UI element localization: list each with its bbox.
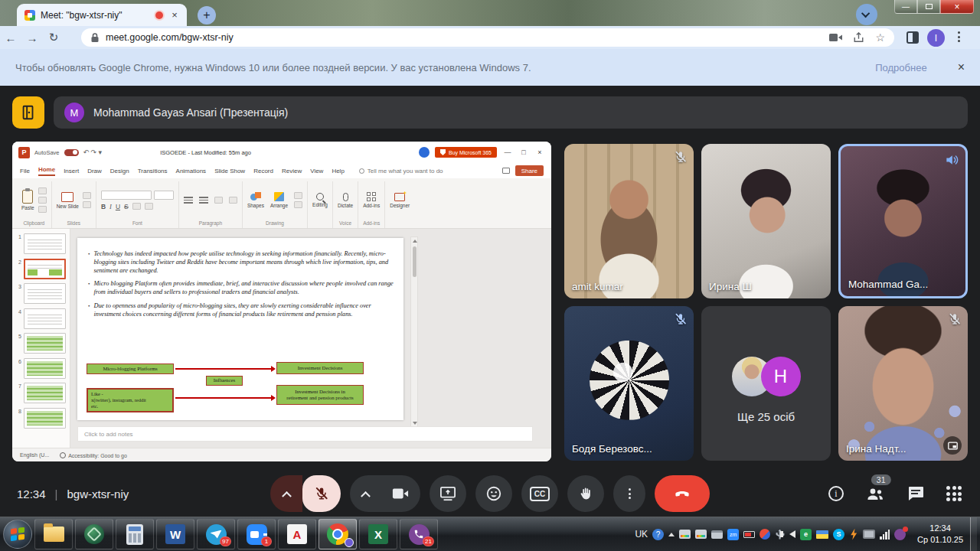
- reactions-button[interactable]: [475, 475, 512, 512]
- window-close-button[interactable]: ×: [940, 0, 974, 14]
- new-tab-button[interactable]: +: [198, 6, 216, 24]
- leave-room-door-icon[interactable]: [12, 96, 44, 129]
- shapes-icon: [250, 192, 261, 201]
- meeting-code: bgw-xtsr-niy: [67, 487, 129, 500]
- participant-grid: amit kumar Ирина Ш Mohammad Ga... Бодя Б…: [564, 144, 968, 461]
- window-minimize-button[interactable]: —: [894, 0, 917, 14]
- ribbon-group-voice: Dictate Voice: [333, 181, 358, 228]
- camera-options-chevron[interactable]: [350, 475, 381, 512]
- taskbar-word[interactable]: W: [156, 519, 194, 549]
- activities-button[interactable]: [946, 486, 962, 501]
- bookmark-star-icon[interactable]: ☆: [875, 31, 885, 44]
- taskbar-clock[interactable]: 12:34 Ср 01.10.25: [913, 523, 968, 546]
- taskbar-viber[interactable]: 21: [400, 519, 438, 549]
- tray-display-icon[interactable]: [863, 530, 875, 539]
- tray-app-icon[interactable]: [760, 529, 770, 540]
- more-options-button[interactable]: [613, 475, 645, 512]
- camera-button[interactable]: [350, 475, 420, 512]
- browser-menu-icon[interactable]: [958, 31, 960, 42]
- clock-date: Ср 01.10.25: [917, 534, 963, 546]
- tray-network-icon[interactable]: [880, 530, 890, 540]
- browser-tabstrip: Meet: "bgw-xtsr-niy" × + — ×: [0, 0, 980, 26]
- ribbon-group-clipboard: Paste Clipboard: [17, 181, 52, 228]
- taskbar-telegram[interactable]: 97: [197, 519, 235, 549]
- screenshare-presentation-tile[interactable]: P AutoSave ↶ ↷ ▾ ISGOEDE - Last Modified…: [12, 142, 551, 461]
- mic-muted-icon[interactable]: [302, 475, 341, 512]
- tray-antivirus-icon[interactable]: e: [800, 529, 812, 540]
- slide-canvas: •Technology has indeed impacted how peop…: [70, 229, 551, 448]
- participant-name: Бодя Березовс...: [572, 443, 652, 455]
- taskbar-chrome-active[interactable]: [318, 519, 357, 549]
- current-slide: •Technology has indeed impacted how peop…: [77, 238, 403, 420]
- tray-help-icon[interactable]: ?: [652, 529, 664, 540]
- raise-hand-button[interactable]: [567, 475, 604, 512]
- banner-close-icon[interactable]: ×: [958, 60, 965, 74]
- clock-time: 12:34: [917, 523, 963, 534]
- present-screen-button[interactable]: [430, 475, 466, 512]
- start-button[interactable]: [3, 520, 32, 549]
- participant-name: Mohammad Ga...: [848, 279, 928, 290]
- paste-button: Paste: [21, 190, 34, 210]
- dictate-mic-icon: [343, 193, 348, 201]
- tab-search-button[interactable]: [856, 4, 877, 25]
- browser-tab[interactable]: Meet: "bgw-xtsr-niy" ×: [17, 4, 187, 26]
- participant-tile-bodya[interactable]: Бодя Березовс...: [564, 306, 694, 461]
- participant-name: Ирина Ш: [709, 281, 752, 292]
- camera-icon[interactable]: [381, 475, 420, 512]
- browser-toolbar: ← → ↻ meet.google.com/bgw-xtsr-niy ☆ I: [0, 26, 980, 49]
- tray-show-hidden-icon[interactable]: [668, 533, 675, 536]
- taskbar-excel[interactable]: X: [359, 519, 397, 549]
- overflow-participants-tile[interactable]: H Ще 25 осіб: [701, 306, 831, 461]
- reload-icon[interactable]: ↻: [43, 31, 64, 44]
- avatar: H: [761, 357, 801, 396]
- taskbar-acrobat[interactable]: A: [278, 519, 316, 549]
- share-icon[interactable]: [853, 32, 864, 43]
- tray-skype-icon[interactable]: S: [833, 529, 844, 540]
- excel-icon: X: [368, 524, 388, 544]
- address-bar[interactable]: meet.google.com/bgw-xtsr-niy ☆: [81, 28, 894, 47]
- taskbar-zoom[interactable]: 1: [237, 519, 276, 549]
- chat-button[interactable]: [906, 485, 925, 502]
- participants-button[interactable]: 31: [865, 485, 885, 502]
- camera-permission-icon[interactable]: [829, 33, 842, 42]
- browser-profile-avatar[interactable]: I: [927, 29, 945, 47]
- language-indicator[interactable]: UK: [635, 529, 648, 540]
- taskbar-explorer[interactable]: [34, 519, 73, 549]
- meet-control-bar: 12:34 | bgw-xtsr-niy: [0, 471, 980, 517]
- status-language: English (U...: [20, 452, 49, 458]
- tray-color-device-icon[interactable]: [695, 530, 707, 539]
- show-desktop-button[interactable]: [970, 517, 977, 551]
- microphone-button[interactable]: [270, 475, 341, 512]
- meeting-details-button[interactable]: i: [828, 486, 844, 501]
- participant-tile-irina-nadt[interactable]: Ірина Надт...: [838, 306, 968, 461]
- tray-ukraine-flag-icon[interactable]: [816, 530, 828, 539]
- mic-options-chevron[interactable]: [270, 475, 302, 512]
- participant-tile-mohammad[interactable]: Mohammad Ga...: [838, 144, 968, 298]
- tray-viber-icon[interactable]: [894, 529, 906, 540]
- picture-in-picture-icon[interactable]: [943, 436, 962, 455]
- designer-icon: [394, 193, 405, 201]
- forward-icon[interactable]: →: [21, 31, 43, 44]
- banner-learn-more-link[interactable]: Подробнее: [875, 62, 957, 73]
- captions-button[interactable]: CC: [521, 475, 558, 512]
- tab-close-icon[interactable]: ×: [168, 9, 181, 21]
- participant-tile-irina-sh[interactable]: Ирина Ш: [701, 144, 831, 298]
- tray-power-icon[interactable]: [849, 529, 858, 540]
- autosave-label: AutoSave: [34, 149, 60, 156]
- leave-call-button[interactable]: [655, 475, 710, 512]
- system-tray: UK ? zm e S: [635, 529, 910, 540]
- slide-thumbnail-selected: 2: [15, 259, 66, 279]
- tray-battery-icon[interactable]: [743, 531, 755, 538]
- mic-off-icon: [674, 150, 688, 164]
- taskbar-calculator[interactable]: [116, 519, 154, 549]
- diagram-box-retirement: Investment Decisions in retirement and p…: [276, 385, 364, 405]
- side-panel-icon[interactable]: [906, 31, 919, 44]
- tray-printer-icon[interactable]: [711, 530, 723, 539]
- tray-zoom-icon[interactable]: zm: [727, 529, 739, 540]
- tray-volume-icon[interactable]: [789, 530, 795, 538]
- tray-color-device-icon[interactable]: [679, 530, 691, 539]
- taskbar-green-emblem-app[interactable]: [75, 519, 113, 549]
- window-restore-button[interactable]: [917, 0, 940, 14]
- back-icon[interactable]: ←: [0, 31, 21, 44]
- participant-tile-amit-kumar[interactable]: amit kumar: [564, 144, 694, 298]
